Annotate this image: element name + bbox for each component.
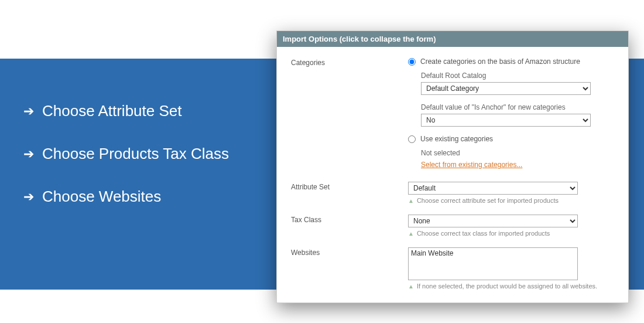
radio-create-label: Create categories on the basis of Amazon…: [420, 57, 580, 66]
anchor-label: Default value of "Is Anchor" for new cat…: [421, 103, 619, 111]
root-catalog-select[interactable]: Default Category: [421, 82, 591, 95]
radio-existing-label: Use existing categories: [420, 135, 493, 143]
attribute-set-row: Attribute Set Default ▲ Choose correct a…: [291, 182, 619, 205]
tax-class-row: Tax Class None ▲ Choose correct tax clas…: [291, 215, 619, 238]
bullet-row: ➔ Choose Attribute Set: [23, 102, 229, 120]
tax-class-hint-text: Choose correct tax class for imported pr…: [417, 230, 550, 237]
radio-create-input[interactable]: [408, 58, 416, 66]
websites-hint-text: If none selected, the product would be a…: [417, 283, 597, 290]
anchor-select[interactable]: No: [421, 114, 591, 127]
radio-create-categories[interactable]: Create categories on the basis of Amazon…: [408, 57, 619, 66]
websites-row: Websites Main Website ▲ If none selected…: [291, 247, 619, 291]
attribute-set-label: Attribute Set: [291, 182, 408, 191]
categories-row: Categories Create categories on the basi…: [291, 57, 619, 169]
panel-body: Categories Create categories on the basi…: [277, 47, 628, 302]
bullet-row: ➔ Choose Websites: [23, 188, 229, 206]
arrow-icon: ➔: [23, 191, 34, 203]
triangle-icon: ▲: [408, 283, 414, 291]
tax-class-hint: ▲ Choose correct tax class for imported …: [408, 230, 619, 238]
bullet-row: ➔ Choose Products Tax Class: [23, 145, 229, 163]
websites-listbox[interactable]: Main Website: [408, 247, 578, 280]
bullet-text: Choose Attribute Set: [42, 102, 181, 120]
attribute-set-hint-text: Choose correct attribute set for importe…: [417, 197, 559, 204]
root-catalog-block: Default Root Catalog Default Category: [421, 72, 619, 95]
anchor-block: Default value of "Is Anchor" for new cat…: [421, 103, 619, 127]
tax-class-content: None ▲ Choose correct tax class for impo…: [408, 215, 619, 238]
stage: ➔ Choose Attribute Set ➔ Choose Products…: [0, 0, 644, 323]
triangle-icon: ▲: [408, 230, 414, 238]
import-options-panel: Import Options (click to collapse the fo…: [276, 30, 629, 303]
radio-existing-input[interactable]: [408, 135, 416, 143]
panel-header[interactable]: Import Options (click to collapse the fo…: [277, 31, 628, 47]
select-existing-link[interactable]: Select from existing categories...: [421, 161, 522, 169]
websites-hint: ▲ If none selected, the product would be…: [408, 283, 619, 291]
websites-option[interactable]: Main Website: [411, 249, 575, 257]
radio-existing-categories[interactable]: Use existing categories: [408, 135, 619, 143]
left-bullets: ➔ Choose Attribute Set ➔ Choose Products…: [23, 102, 229, 230]
triangle-icon: ▲: [408, 197, 414, 205]
root-catalog-label: Default Root Catalog: [421, 72, 619, 80]
attribute-set-select[interactable]: Default: [408, 182, 578, 195]
tax-class-label: Tax Class: [291, 215, 408, 224]
attribute-set-hint: ▲ Choose correct attribute set for impor…: [408, 197, 619, 205]
categories-content: Create categories on the basis of Amazon…: [408, 57, 619, 169]
categories-label: Categories: [291, 57, 408, 67]
attribute-set-content: Default ▲ Choose correct attribute set f…: [408, 182, 619, 205]
tax-class-select[interactable]: None: [408, 215, 578, 227]
arrow-icon: ➔: [23, 105, 34, 118]
websites-label: Websites: [291, 247, 408, 257]
not-selected-text: Not selected: [421, 149, 619, 157]
arrow-icon: ➔: [23, 148, 34, 161]
bullet-text: Choose Websites: [42, 188, 161, 206]
bullet-text: Choose Products Tax Class: [42, 145, 229, 163]
websites-content: Main Website ▲ If none selected, the pro…: [408, 247, 619, 291]
